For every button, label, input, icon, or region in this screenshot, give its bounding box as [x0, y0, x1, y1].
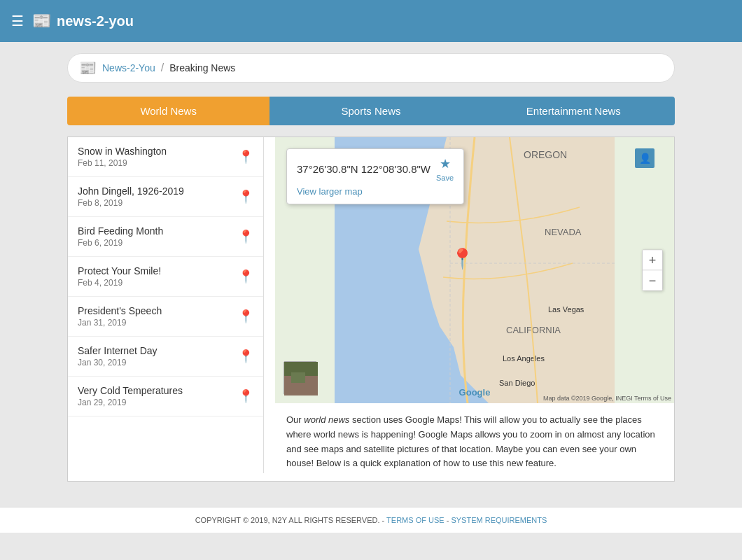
news-item[interactable]: President's Speech Jan 31, 2019 📍 — [68, 297, 263, 337]
zoom-out-button[interactable]: − — [643, 271, 662, 290]
google-watermark: Google — [459, 387, 491, 398]
news-item[interactable]: Safer Internet Day Jan 30, 2019 📍 — [68, 337, 263, 377]
tab-entertainment-news[interactable]: Entertainment News — [472, 97, 675, 125]
news-title: Protect Your Smile! — [78, 265, 232, 276]
save-label: Save — [436, 174, 454, 182]
footer-copyright: COPYRIGHT © 2019, N2Y ALL RIGHTS RESERVE… — [195, 516, 385, 524]
map-coordinates: 37°26'30.8"N 122°08'30.8"W — [297, 163, 430, 175]
svg-text:OREGON: OREGON — [524, 149, 567, 160]
zoom-in-button[interactable]: + — [643, 251, 662, 270]
news-title: Safer Internet Day — [78, 345, 232, 356]
map-satellite-thumbnail[interactable] — [284, 361, 317, 395]
news-item[interactable]: Very Cold Temperatures Jan 29, 2019 📍 — [68, 377, 263, 416]
svg-text:CALIFORNIA: CALIFORNIA — [506, 325, 561, 335]
view-larger-map-link[interactable]: View larger map — [297, 186, 454, 197]
tab-sports-news[interactable]: Sports News — [270, 97, 472, 125]
news-date: Feb 4, 2019 — [78, 278, 232, 288]
logo-area: 📰 news-2-you — [32, 12, 134, 30]
map-user-icon[interactable]: 👤 — [635, 148, 654, 168]
pin-icon: 📍 — [238, 388, 253, 404]
logo-icon: 📰 — [32, 12, 51, 30]
description-italic: world news — [304, 414, 349, 425]
pin-icon: 📍 — [238, 229, 253, 244]
news-title: Snow in Washington — [78, 146, 232, 157]
news-date: Feb 8, 2019 — [78, 198, 232, 208]
news-date: Jan 29, 2019 — [78, 398, 232, 407]
footer-separator: - — [447, 516, 449, 524]
content-area: Snow in Washington Feb 11, 2019 📍 John D… — [67, 136, 675, 482]
svg-text:NEVADA: NEVADA — [545, 227, 582, 237]
map-popup: 37°26'30.8"N 122°08'30.8"W ★ Save View l… — [286, 148, 464, 204]
system-requirements-link[interactable]: SYSTEM REQUIREMENTS — [451, 516, 547, 524]
breadcrumb-separator: / — [161, 62, 164, 74]
pin-icon: 📍 — [238, 149, 253, 164]
svg-text:Las Vegas: Las Vegas — [548, 305, 584, 314]
map-location-pin: 📍 — [450, 247, 475, 270]
news-date: Jan 30, 2019 — [78, 358, 232, 368]
map-description: Our world news section uses Google Maps!… — [275, 403, 674, 481]
map-container[interactable]: OREGON NEVADA CALIFORNIA Las Vegas Los A… — [275, 137, 674, 403]
svg-text:Los Angeles: Los Angeles — [503, 354, 545, 363]
star-icon[interactable]: ★ — [440, 156, 451, 172]
news-item[interactable]: Protect Your Smile! Feb 4, 2019 📍 — [68, 257, 263, 297]
breadcrumb-current: Breaking News — [169, 62, 235, 74]
logo-text: news-2-you — [57, 13, 134, 29]
hamburger-icon[interactable]: ☰ — [11, 13, 24, 29]
breadcrumb-icon: 📰 — [79, 59, 97, 76]
pin-icon: 📍 — [238, 269, 253, 284]
breadcrumb-home[interactable]: News-2-You — [102, 62, 155, 74]
news-item[interactable]: Bird Feeding Month Feb 6, 2019 📍 — [68, 217, 263, 257]
news-date: Feb 11, 2019 — [78, 158, 232, 168]
svg-rect-10 — [291, 372, 305, 383]
news-item[interactable]: Snow in Washington Feb 11, 2019 📍 — [68, 137, 263, 177]
footer: COPYRIGHT © 2019, N2Y ALL RIGHTS RESERVE… — [0, 507, 742, 533]
terms-of-use-link[interactable]: TERMS OF USE — [386, 516, 444, 524]
news-title: President's Speech — [78, 305, 232, 316]
header: ☰ 📰 news-2-you — [0, 0, 742, 42]
news-date: Jan 31, 2019 — [78, 318, 232, 328]
pin-icon: 📍 — [238, 349, 253, 364]
map-zoom-controls: + − — [642, 250, 663, 291]
map-section: OREGON NEVADA CALIFORNIA Las Vegas Los A… — [275, 137, 674, 481]
news-title: John Dingell, 1926-2019 — [78, 186, 232, 197]
page-wrapper: 📰 News-2-You / Breaking News World News … — [56, 42, 686, 493]
pin-icon: 📍 — [238, 189, 253, 204]
news-item[interactable]: John Dingell, 1926-2019 Feb 8, 2019 📍 — [68, 177, 263, 217]
breadcrumb: 📰 News-2-You / Breaking News — [67, 53, 675, 83]
map-attribution: Map data ©2019 Google, INEGI Terms of Us… — [543, 395, 671, 402]
news-list: Snow in Washington Feb 11, 2019 📍 John D… — [68, 137, 264, 473]
svg-text:San Diego: San Diego — [499, 379, 535, 387]
news-date: Feb 6, 2019 — [78, 238, 232, 248]
tab-world-news[interactable]: World News — [67, 97, 270, 125]
news-title: Very Cold Temperatures — [78, 385, 232, 396]
tab-bar: World News Sports News Entertainment New… — [67, 97, 675, 125]
map-wrapper: OREGON NEVADA CALIFORNIA Las Vegas Los A… — [275, 137, 674, 481]
news-title: Bird Feeding Month — [78, 225, 232, 237]
pin-icon: 📍 — [238, 309, 253, 324]
